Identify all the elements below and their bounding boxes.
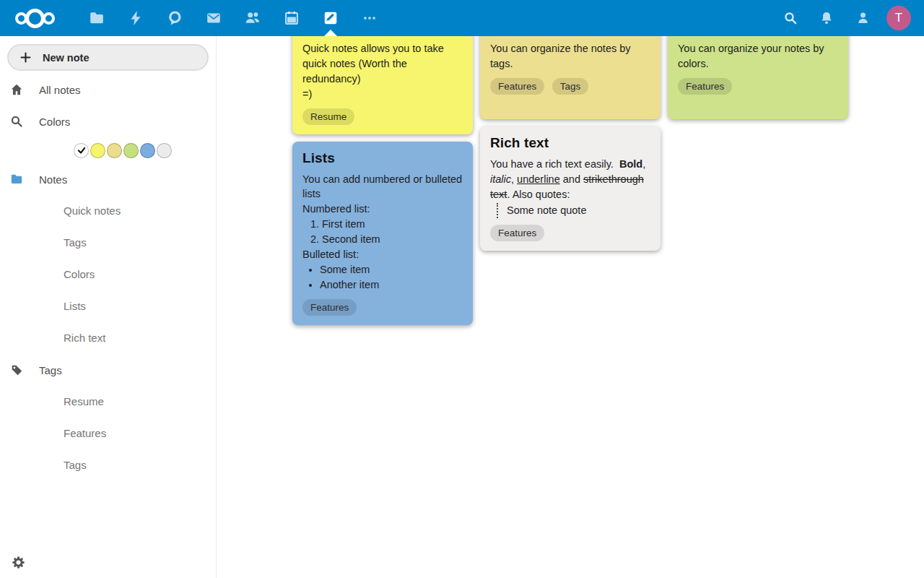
note-body-line: You can organize your notes by colors. [678, 41, 838, 72]
grid-column-1: Quick notes Quick notes allows you to ta… [292, 11, 473, 325]
notes-icon [323, 10, 339, 26]
more-dots-icon [362, 10, 378, 26]
note-badges: Features [678, 77, 838, 95]
note-body-line: You can organize the notes by tags. [490, 41, 650, 72]
search-icon [783, 11, 798, 25]
app-activity[interactable] [116, 0, 155, 36]
list-item: Another item [320, 277, 463, 293]
bulleted-list: Some item Another item [302, 262, 463, 293]
note-quote: Some note quote [497, 203, 650, 218]
all-notes-label: All notes [39, 84, 81, 96]
app-notes-active[interactable] [311, 0, 350, 36]
color-swatch-row [0, 137, 216, 163]
colors-filter-label: Colors [39, 116, 70, 128]
magnifier-icon [10, 115, 23, 128]
contacts-menu-button[interactable] [845, 0, 881, 36]
user-avatar[interactable]: T [886, 6, 911, 30]
tag-badge: Features [490, 225, 544, 241]
gear-icon [12, 556, 25, 569]
home-icon [10, 83, 23, 96]
plus-icon [19, 51, 32, 64]
top-bar: T [0, 0, 924, 36]
list-item: Some item [320, 262, 463, 277]
tag-badge: Features [302, 299, 357, 316]
app-files[interactable] [77, 0, 116, 36]
swatch-green[interactable] [123, 143, 139, 158]
person-icon [855, 11, 870, 25]
folder-icon [89, 10, 105, 26]
grid-column-2: Tags You can organize the notes by tags.… [480, 11, 661, 251]
folder-icon [10, 173, 23, 186]
nextcloud-logo[interactable] [15, 9, 57, 28]
tag-icon [10, 363, 23, 376]
note-badges: Features [490, 223, 650, 241]
logo-circle-middle [25, 9, 45, 28]
note-badges: Features Tags [490, 77, 650, 95]
underline-text: underline [517, 173, 560, 185]
sidebar: New note All notes Colors Notes Quick no… [0, 36, 217, 578]
note-body-line: Numbered list: [302, 202, 463, 217]
settings-button[interactable] [9, 553, 27, 571]
tags-section-label: Tags [39, 364, 62, 376]
sidebar-item-colors-filter[interactable]: Colors [0, 105, 216, 137]
app-calendar[interactable] [272, 0, 311, 36]
note-card-rich-text[interactable]: Rich text You have a rich text easily. B… [480, 126, 661, 251]
app-mail[interactable] [194, 0, 233, 36]
note-body-line: =) [302, 87, 463, 102]
sidebar-item-all-notes[interactable]: All notes [0, 74, 216, 105]
notes-grid: Quick notes Quick notes allows you to ta… [217, 0, 924, 325]
sidebar-note-tags[interactable]: Tags [0, 227, 216, 259]
sidebar-tag-tags[interactable]: Tags [0, 449, 216, 481]
mail-icon [206, 10, 222, 26]
note-body-rich: You have a rich text easily. Bold, itali… [490, 157, 650, 202]
numbered-list: First item Second item [302, 217, 463, 247]
sidebar-tag-resume[interactable]: Resume [0, 386, 216, 418]
note-body-line: You can add numbered or bulleted lists [302, 172, 463, 202]
sidebar-tag-features[interactable]: Features [0, 418, 216, 449]
app-navigation [77, 0, 389, 36]
sidebar-note-lists[interactable]: Lists [0, 290, 216, 322]
contacts-icon [245, 10, 261, 26]
notifications-button[interactable] [808, 0, 845, 36]
tag-badge: Resume [302, 108, 354, 125]
new-note-button[interactable]: New note [7, 44, 209, 71]
lightning-icon [128, 10, 144, 26]
note-title: Lists [302, 150, 463, 166]
italic-text: italic [490, 173, 511, 185]
calendar-icon [284, 10, 300, 26]
list-item: Second item [322, 232, 463, 247]
note-badges: Resume [302, 107, 463, 125]
check-icon [77, 145, 87, 155]
unified-search-button[interactable] [772, 0, 808, 36]
note-body-line: Quick notes allows you to take quick not… [302, 41, 463, 87]
tag-badge: Tags [552, 78, 589, 95]
sidebar-section-tags[interactable]: Tags [0, 354, 216, 386]
sidebar-note-quick-notes[interactable]: Quick notes [0, 195, 216, 227]
sidebar-section-notes[interactable]: Notes [0, 163, 216, 195]
notes-section-label: Notes [39, 173, 67, 186]
note-badges: Features [302, 298, 463, 316]
swatch-yellow[interactable] [90, 143, 105, 158]
swatch-tan[interactable] [107, 143, 122, 158]
bell-icon [819, 11, 834, 25]
swatch-all-checked[interactable] [74, 143, 89, 158]
swatch-blue[interactable] [140, 143, 155, 158]
note-title: Rich text [490, 135, 650, 151]
tag-badge: Features [678, 78, 732, 95]
list-item: First item [322, 217, 463, 232]
new-note-label: New note [43, 52, 89, 64]
app-contacts[interactable] [233, 0, 272, 36]
note-body-line: Bulleted list: [302, 247, 463, 262]
sidebar-note-rich-text[interactable]: Rich text [0, 322, 216, 354]
bold-text: Bold [619, 158, 642, 170]
sidebar-note-colors[interactable]: Colors [0, 259, 216, 290]
app-talk[interactable] [155, 0, 194, 36]
talk-bubble-icon [167, 10, 183, 26]
note-card-lists[interactable]: Lists You can add numbered or bulleted l… [292, 142, 473, 325]
app-more[interactable] [350, 0, 389, 36]
swatch-gray[interactable] [157, 143, 172, 158]
header-right-controls: T [772, 0, 924, 36]
tag-badge: Features [490, 78, 544, 95]
